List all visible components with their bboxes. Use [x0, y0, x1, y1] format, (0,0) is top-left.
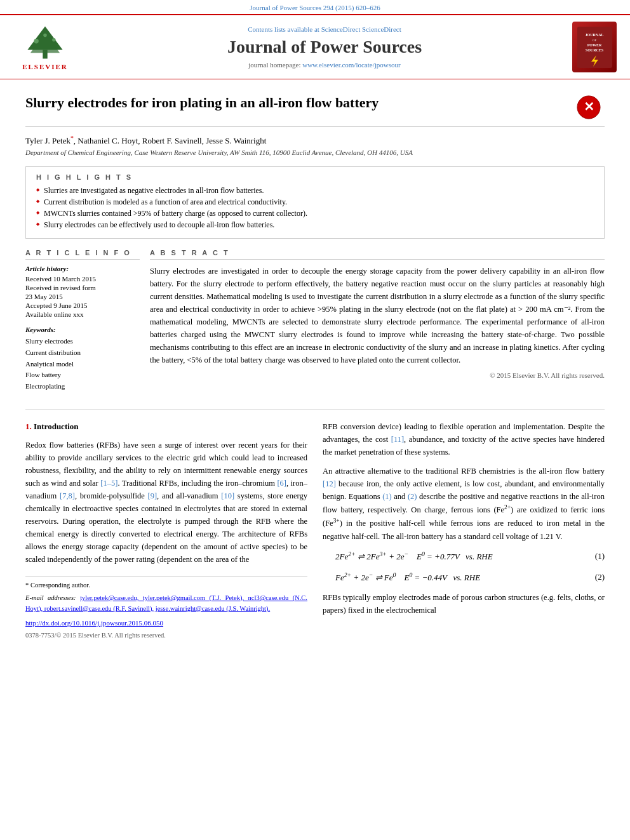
history-block: Article history: Received 10 March 2015 … — [25, 265, 140, 318]
email-footnote: E-mail addresses: tyler.petek@case.edu, … — [25, 593, 307, 615]
ref-11-link[interactable]: [11] — [391, 435, 404, 444]
svg-point-4 — [52, 38, 56, 42]
keyword-item: Electroplating — [25, 381, 140, 392]
keyword-item: Analytical model — [25, 359, 140, 370]
accepted-date: Accepted 9 June 2015 — [25, 302, 140, 309]
available-date: Available online xxx — [25, 310, 140, 318]
svg-text:SOURCES: SOURCES — [585, 48, 603, 52]
journal-title: Journal of Power Sources — [80, 37, 569, 57]
abstract-text: Slurry electrodes are investigated in or… — [150, 265, 605, 366]
section-divider — [25, 410, 605, 410]
intro-paragraph-3: An attractive alternative to the traditi… — [323, 465, 605, 542]
section-number: 1. — [25, 422, 32, 431]
highlights-title: H I G H L I G H T S — [36, 173, 594, 181]
abstract-title: A B S T R A C T — [150, 249, 605, 260]
highlights-section: H I G H L I G H T S Slurries are investi… — [25, 166, 605, 239]
homepage-link[interactable]: www.elsevier.com/locate/jpowsour — [302, 61, 400, 69]
svg-text:OF: OF — [592, 39, 596, 42]
content-area: Slurry electrodes for iron plating in an… — [0, 79, 630, 654]
equation-1-number: (1) — [595, 550, 605, 563]
keywords-list: Slurry electrodes Current distribution A… — [25, 336, 140, 392]
crossmark-badge[interactable]: ✕ — [573, 95, 605, 120]
ref-7-8-link[interactable]: [7,8] — [60, 491, 75, 500]
authors-line: Tyler J. Petek*, Nathaniel C. Hoyt, Robe… — [25, 135, 605, 146]
intro-paragraph-2: RFB conversion device) leading to flexib… — [323, 420, 605, 458]
header-center: Contents lists available at ScienceDirec… — [80, 25, 569, 69]
sciencedirect-link: Contents lists available at ScienceDirec… — [80, 25, 569, 33]
doi-line: http://dx.doi.org/10.1016/j.jpowsour.201… — [25, 618, 307, 629]
received-date: Received 10 March 2015 — [25, 275, 140, 283]
revised-label: Received in revised form — [25, 284, 140, 291]
ref-6-link[interactable]: [6] — [277, 479, 286, 488]
ref-9-link[interactable]: [9] — [148, 491, 158, 500]
journal-citation-text: Journal of Power Sources 294 (2015) 620–… — [250, 4, 380, 11]
ref-10-link[interactable]: [10] — [221, 491, 234, 500]
sciencedirect-anchor[interactable]: ScienceDirect — [362, 25, 401, 33]
history-label: Article history: — [25, 265, 140, 272]
journal-logo-icon: JOURNAL OF POWER SOURCES — [577, 27, 612, 68]
body-right-column: RFB conversion device) leading to flexib… — [323, 420, 605, 641]
affiliation: Department of Chemical Engineering, Case… — [25, 149, 605, 156]
keywords-block: Keywords: Slurry electrodes Current dist… — [25, 326, 140, 392]
svg-point-5 — [43, 34, 47, 37]
body-left-column: 1. Introduction Redox flow batteries (RF… — [25, 420, 307, 641]
keyword-item: Flow battery — [25, 370, 140, 381]
corresponding-footnote: * Corresponding author. — [25, 580, 307, 591]
journal-citation-banner: Journal of Power Sources 294 (2015) 620–… — [0, 0, 630, 14]
eq-2-link[interactable]: (2) — [408, 492, 417, 501]
doi-link[interactable]: http://dx.doi.org/10.1016/j.jpowsour.201… — [25, 619, 163, 627]
equation-1-block: 2Fe2+ ⇌ 2Fe3+ + 2e− E0 = +0.77V vs. RHE … — [335, 549, 605, 564]
eq-1-link[interactable]: (1) — [382, 492, 392, 501]
journal-header: ELSEVIER Contents lists available at Sci… — [0, 14, 630, 79]
elsevier-tree-icon — [20, 23, 70, 62]
introduction-heading: 1. Introduction — [25, 420, 307, 434]
section-title-text: Introduction — [34, 422, 79, 431]
equation-1-text: 2Fe2+ ⇌ 2Fe3+ + 2e− E0 = +0.77V vs. RHE — [335, 549, 589, 564]
intro-paragraph-4: RFBs typically employ electrodes made of… — [323, 591, 605, 617]
journal-homepage: journal homepage: www.elsevier.com/locat… — [80, 61, 569, 69]
svg-text:✕: ✕ — [584, 100, 594, 114]
article-title: Slurry electrodes for iron plating in an… — [25, 95, 391, 111]
svg-text:POWER: POWER — [587, 43, 601, 47]
issn-line: 0378-7753/© 2015 Elsevier B.V. All right… — [25, 630, 307, 641]
highlight-item: MWCNTs slurries contained >95% of batter… — [36, 209, 594, 218]
revised-date: 23 May 2015 — [25, 293, 140, 300]
elsevier-wordmark: ELSEVIER — [22, 63, 68, 70]
highlight-item: Slurry electrodes can be effectively use… — [36, 220, 594, 230]
footnote-area: * Corresponding author. E-mail addresses… — [25, 576, 307, 641]
email-label: E-mail addresses: — [25, 594, 76, 601]
article-info-abstract: A R T I C L E I N F O Article history: R… — [25, 249, 605, 399]
article-info-column: A R T I C L E I N F O Article history: R… — [25, 249, 140, 399]
journal-logo-box: JOURNAL OF POWER SOURCES — [572, 22, 617, 72]
abstract-section: A B S T R A C T Slurry electrodes are in… — [150, 249, 605, 399]
equation-2-text: Fe2+ + 2e− ⇌ Fe0 E0 = −0.44V vs. RHE — [335, 570, 589, 585]
svg-text:JOURNAL: JOURNAL — [585, 33, 603, 37]
ref-12-link[interactable]: [12] — [323, 479, 336, 488]
equation-2-block: Fe2+ + 2e− ⇌ Fe0 E0 = −0.44V vs. RHE (2) — [335, 570, 605, 585]
keywords-label: Keywords: — [25, 326, 140, 333]
body-two-column: 1. Introduction Redox flow batteries (RF… — [25, 420, 605, 654]
intro-paragraph-1: Redox flow batteries (RFBs) have seen a … — [25, 439, 307, 566]
highlight-item: Slurries are investigated as negative el… — [36, 186, 594, 196]
highlight-item: Current distribution is modeled as a fun… — [36, 197, 594, 207]
equation-2-number: (2) — [595, 571, 605, 584]
keyword-item: Slurry electrodes — [25, 336, 140, 347]
elsevier-logo: ELSEVIER — [10, 23, 80, 70]
keyword-item: Current distribution — [25, 347, 140, 359]
article-title-section: Slurry electrodes for iron plating in an… — [25, 79, 605, 127]
svg-point-3 — [34, 39, 38, 43]
crossmark-icon: ✕ — [576, 95, 601, 120]
article-title-wrapper: Slurry electrodes for iron plating in an… — [25, 95, 391, 111]
copyright-line: © 2015 Elsevier B.V. All rights reserved… — [150, 371, 605, 379]
ref-1-5-link[interactable]: [1–5] — [100, 479, 117, 488]
journal-logo: JOURNAL OF POWER SOURCES — [569, 22, 620, 72]
article-info-title: A R T I C L E I N F O — [25, 249, 140, 260]
